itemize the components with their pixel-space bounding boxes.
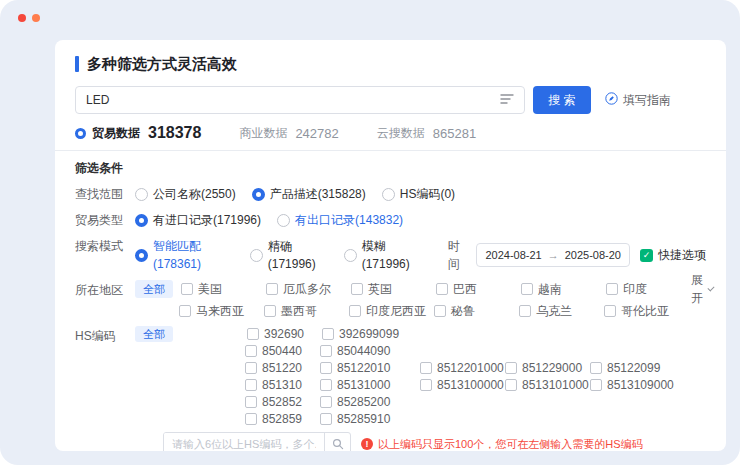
radio-label: 智能匹配(178361) bbox=[153, 237, 234, 273]
checkbox-item[interactable]: 厄瓜多尔 bbox=[266, 282, 351, 296]
radio-icon[interactable] bbox=[250, 249, 263, 262]
radio-icon[interactable] bbox=[135, 188, 148, 201]
checkbox[interactable] bbox=[181, 283, 193, 295]
checkbox-item[interactable]: 8513101000 bbox=[505, 378, 590, 392]
checkbox[interactable] bbox=[320, 362, 332, 374]
checkbox-item[interactable]: 850440 bbox=[245, 344, 320, 358]
radio-option-smart-match[interactable]: 智能匹配(178361) bbox=[135, 237, 234, 273]
filter-row-label: 所在地区 bbox=[75, 281, 135, 299]
radio-option-export-records[interactable]: 有出口记录(143832) bbox=[277, 211, 403, 229]
radio-selected-icon[interactable] bbox=[252, 188, 265, 201]
radio-selected-icon[interactable] bbox=[135, 214, 148, 227]
checkbox-item[interactable]: 印度尼西亚 bbox=[349, 304, 434, 318]
region-all-tag[interactable]: 全部 bbox=[135, 280, 173, 298]
checkbox-item[interactable]: 巴西 bbox=[436, 282, 521, 296]
checkbox-item[interactable]: 851310 bbox=[245, 378, 320, 392]
checkbox[interactable] bbox=[420, 362, 432, 374]
tab-cloud-search-data[interactable]: 云搜数据 865281 bbox=[377, 125, 476, 142]
checkbox[interactable] bbox=[179, 305, 191, 317]
checkbox-item[interactable]: 美国 bbox=[181, 282, 266, 296]
checkbox-label: 851220 bbox=[262, 361, 302, 375]
checkbox-item[interactable]: 852852 bbox=[245, 395, 320, 409]
expand-link[interactable]: 展开 bbox=[691, 271, 713, 307]
checkbox-item[interactable]: 8513100000 bbox=[420, 378, 505, 392]
checkbox[interactable] bbox=[245, 345, 257, 357]
checkbox-item[interactable]: 秘鲁 bbox=[434, 304, 519, 318]
fill-guide-link[interactable]: 填写指南 bbox=[605, 92, 671, 109]
radio-option-hs-code[interactable]: HS编码(0) bbox=[382, 185, 455, 203]
checkbox-item[interactable]: 851220 bbox=[245, 361, 320, 375]
hs-footer: ! 以上编码只显示100个，您可在左侧输入需要的HS编码 bbox=[163, 432, 706, 451]
radio-option-product-desc[interactable]: 产品描述(315828) bbox=[252, 185, 366, 203]
checkbox-item[interactable]: 印度 bbox=[606, 282, 691, 296]
checkbox[interactable] bbox=[436, 283, 448, 295]
search-input[interactable]: LED bbox=[75, 86, 525, 114]
checkbox[interactable] bbox=[320, 413, 332, 425]
checkbox-item[interactable]: 85131000 bbox=[320, 378, 420, 392]
checkbox-item[interactable]: 85122099 bbox=[590, 361, 680, 375]
hs-all-tag[interactable]: 全部 bbox=[135, 326, 173, 342]
filter-lines-icon[interactable] bbox=[500, 91, 514, 109]
tab-business-data[interactable]: 商业数据 242782 bbox=[239, 125, 338, 142]
checkbox[interactable] bbox=[245, 413, 257, 425]
checkbox-item[interactable]: 392699099 bbox=[322, 327, 422, 341]
checkbox[interactable] bbox=[320, 379, 332, 391]
tab-trade-data[interactable]: 贸易数据 318378 bbox=[75, 124, 201, 142]
checkbox[interactable] bbox=[590, 379, 602, 391]
checkbox[interactable] bbox=[604, 305, 616, 317]
checkbox-item[interactable]: 越南 bbox=[521, 282, 606, 296]
checkbox[interactable] bbox=[266, 283, 278, 295]
checkbox[interactable] bbox=[247, 328, 259, 340]
checkbox[interactable] bbox=[420, 379, 432, 391]
radio-option-company-name[interactable]: 公司名称(2550) bbox=[135, 185, 236, 203]
date-start[interactable]: 2024-08-21 bbox=[485, 246, 541, 264]
checkbox[interactable] bbox=[434, 305, 446, 317]
date-end[interactable]: 2025-08-20 bbox=[565, 246, 621, 264]
checkbox-item[interactable]: 哥伦比亚 bbox=[604, 304, 689, 318]
checkbox-item[interactable]: 85285910 bbox=[320, 412, 420, 426]
checkbox-item[interactable]: 乌克兰 bbox=[519, 304, 604, 318]
checkbox-item[interactable]: 852859 bbox=[245, 412, 320, 426]
checkbox[interactable] bbox=[519, 305, 531, 317]
radio-icon[interactable] bbox=[344, 249, 357, 262]
checkbox[interactable] bbox=[521, 283, 533, 295]
checkbox-item[interactable]: 85122010 bbox=[320, 361, 420, 375]
radio-selected-icon[interactable] bbox=[135, 249, 148, 262]
checkbox[interactable] bbox=[349, 305, 361, 317]
checkbox[interactable] bbox=[320, 345, 332, 357]
checkbox-item[interactable]: 墨西哥 bbox=[264, 304, 349, 318]
checkbox-item[interactable]: 马来西亚 bbox=[179, 304, 264, 318]
checkbox[interactable] bbox=[606, 283, 618, 295]
checkbox-item[interactable]: 8513109000 bbox=[590, 378, 680, 392]
checkbox-item[interactable]: 392690 bbox=[247, 327, 322, 341]
radio-option-fuzzy[interactable]: 模糊(171996) bbox=[344, 237, 422, 273]
checkbox[interactable] bbox=[245, 396, 257, 408]
radio-icon[interactable] bbox=[277, 214, 290, 227]
checkbox-item[interactable]: 85285200 bbox=[320, 395, 420, 409]
hs-code-input[interactable] bbox=[164, 433, 324, 451]
checkbox-label: 马来西亚 bbox=[196, 304, 244, 318]
checkbox[interactable] bbox=[590, 362, 602, 374]
date-range-picker[interactable]: 2024-08-21 → 2025-08-20 bbox=[476, 243, 630, 267]
search-button[interactable]: 搜 索 bbox=[533, 86, 591, 114]
checkbox[interactable] bbox=[320, 396, 332, 408]
checkbox-item[interactable]: 英国 bbox=[351, 282, 436, 296]
hs-code-row: 8512208512201085122010008512290008512209… bbox=[135, 361, 706, 375]
checkbox-item[interactable]: 85044090 bbox=[320, 344, 420, 358]
checkbox[interactable] bbox=[505, 379, 517, 391]
checkbox[interactable] bbox=[322, 328, 334, 340]
checkbox[interactable] bbox=[245, 379, 257, 391]
checkbox-item[interactable]: 8512201000 bbox=[420, 361, 505, 375]
checkbox[interactable] bbox=[245, 362, 257, 374]
checkbox[interactable] bbox=[505, 362, 517, 374]
checkbox[interactable] bbox=[264, 305, 276, 317]
search-icon[interactable] bbox=[324, 433, 350, 451]
radio-option-exact[interactable]: 精确(171996) bbox=[250, 237, 328, 273]
checkbox-item[interactable]: 851229000 bbox=[505, 361, 590, 375]
app-window: 多种筛选方式灵活高效 LED 搜 索 填写指南 贸易数据 318378 bbox=[0, 0, 740, 465]
filter-row-label: HS编码 bbox=[75, 327, 135, 345]
radio-option-import-records[interactable]: 有进口记录(171996) bbox=[135, 211, 261, 229]
quick-options-button[interactable]: ✓ 快捷选项 bbox=[640, 246, 706, 264]
radio-icon[interactable] bbox=[382, 188, 395, 201]
checkbox[interactable] bbox=[351, 283, 363, 295]
